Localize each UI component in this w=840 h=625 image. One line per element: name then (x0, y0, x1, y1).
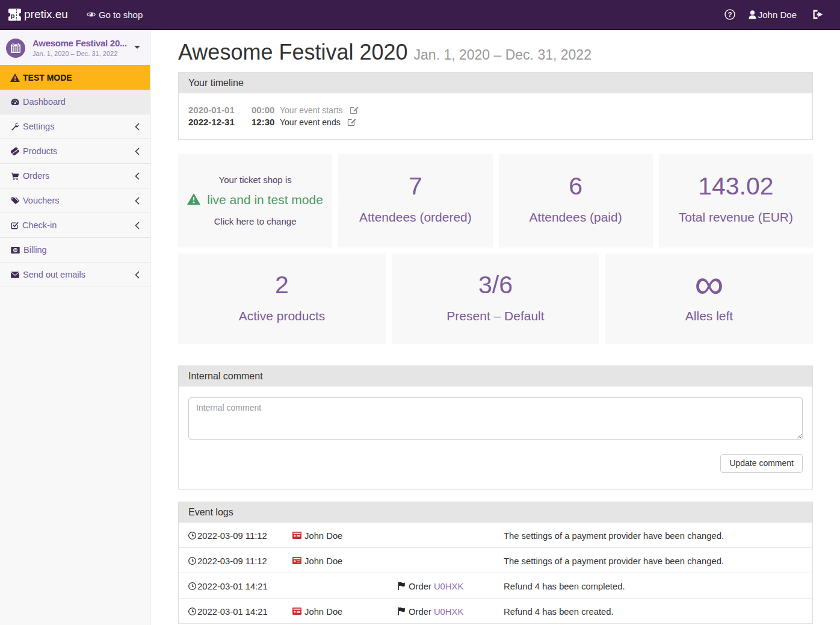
svg-text:?: ? (727, 11, 732, 18)
svg-text:p: p (11, 11, 15, 19)
svg-text:0: 0 (14, 248, 16, 252)
